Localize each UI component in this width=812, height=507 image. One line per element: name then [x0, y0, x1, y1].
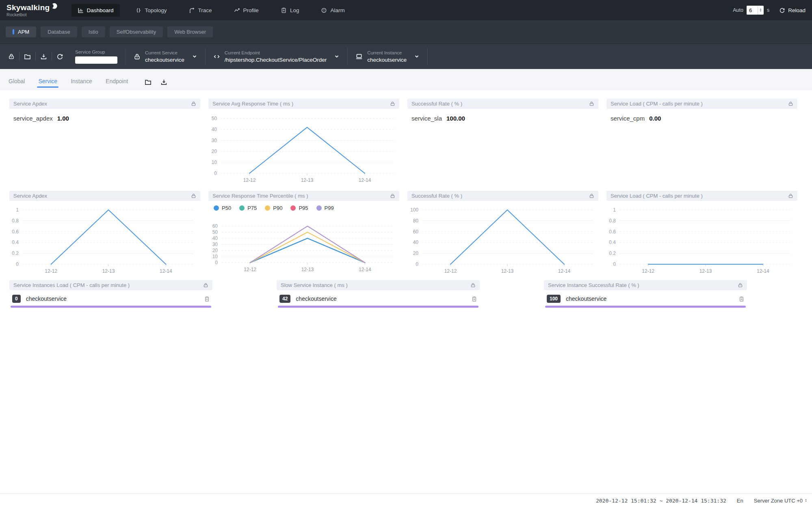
stepper-arrows-icon[interactable]: ▲▼: [758, 6, 763, 15]
service-apdex-chart: 00.20.40.60.8112-1212-1312-14: [9, 201, 200, 277]
metric-label: service_sla: [411, 115, 442, 122]
nav-item-trace[interactable]: Trace: [183, 4, 218, 17]
selector-label: Current Endpoint: [225, 50, 327, 55]
svg-text:20: 20: [212, 149, 217, 154]
instance-row[interactable]: 0 checkoutservice: [9, 290, 212, 303]
current-service-selector[interactable]: Current Service checkoutservice: [126, 50, 205, 63]
lock-icon[interactable]: [788, 101, 793, 106]
reload-button[interactable]: Reload: [779, 7, 806, 13]
legend-item-p75[interactable]: P75: [239, 205, 257, 211]
lock-icon[interactable]: [390, 193, 395, 198]
lock-icon[interactable]: [203, 283, 208, 288]
selector-value: checkoutservice: [367, 57, 407, 63]
current-instance-selector[interactable]: Current Instance checkoutservice: [348, 50, 427, 63]
metric-value: 100.00: [446, 115, 465, 122]
tab-instance[interactable]: Instance: [69, 78, 93, 90]
legend-label: P95: [299, 205, 308, 211]
tab-global[interactable]: Global: [7, 78, 26, 90]
panel-avg-response-time: Service Avg Response Time ( ms ) 0102030…: [208, 99, 399, 191]
layer-tab-web-browser[interactable]: Web Browser: [167, 26, 213, 37]
language-toggle[interactable]: En: [737, 498, 743, 504]
svg-text:12-14: 12-14: [757, 268, 769, 274]
lock-button[interactable]: [3, 53, 19, 60]
current-endpoint-selector[interactable]: Current Endpoint /hipstershop.CheckoutSe…: [206, 50, 347, 63]
layer-tab-istio[interactable]: Istio: [82, 26, 105, 37]
svg-text:0.8: 0.8: [12, 218, 19, 224]
svg-text:12-12: 12-12: [243, 177, 256, 183]
legend-item-p95[interactable]: P95: [290, 205, 308, 211]
nav-item-profile[interactable]: Profile: [228, 4, 265, 17]
topology-icon: [136, 7, 142, 13]
clipboard-copy-icon[interactable]: [738, 296, 745, 302]
nav-item-dashboard[interactable]: Dashboard: [71, 4, 120, 17]
legend-label: P90: [273, 205, 282, 211]
legend-item-p50[interactable]: P50: [214, 205, 231, 211]
active-tab-indicator: [13, 29, 14, 35]
avg-response-time-chart: 0102030405012-1212-1312-14: [208, 109, 399, 186]
clipboard-copy-icon[interactable]: [471, 296, 477, 302]
svg-text:12-14: 12-14: [359, 177, 371, 183]
nav-item-label: Dashboard: [87, 7, 114, 13]
lock-icon: [134, 53, 141, 60]
svg-text:12-14: 12-14: [558, 268, 571, 274]
download-icon-button[interactable]: [156, 79, 172, 90]
folder-icon-button[interactable]: [140, 79, 156, 90]
percentile-legend: P50 P75 P90 P95 P99: [208, 201, 399, 215]
nav-item-label: Log: [290, 7, 299, 13]
service-group-input[interactable]: [75, 56, 117, 64]
folder-button[interactable]: [19, 53, 35, 60]
selector-label: Current Instance: [367, 50, 407, 55]
instance-name: checkoutservice: [296, 296, 466, 302]
svg-text:40: 40: [212, 235, 218, 241]
service-group-field: Service Group: [75, 50, 117, 64]
nav-item-alarm[interactable]: Alarm: [315, 4, 351, 17]
svg-text:0: 0: [416, 261, 418, 267]
svg-text:1: 1: [16, 207, 19, 213]
nav-item-label: Topology: [145, 7, 167, 13]
instance-row[interactable]: 100 checkoutservice: [544, 290, 747, 303]
clipboard-copy-icon[interactable]: [204, 296, 210, 302]
lock-icon[interactable]: [390, 101, 395, 106]
refresh-button[interactable]: [52, 53, 68, 60]
time-range-picker[interactable]: 2020-12-12 15:01:32 ~ 2020-12-14 15:31:3…: [596, 498, 726, 504]
panel-service-instances-load: Service Instances Load ( CPM - calls per…: [9, 280, 212, 308]
lock-icon[interactable]: [738, 283, 743, 288]
svg-text:0.6: 0.6: [609, 229, 616, 235]
legend-label: P75: [247, 205, 257, 211]
lock-icon[interactable]: [470, 283, 476, 288]
legend-dot: [265, 205, 270, 211]
legend-item-p99[interactable]: P99: [316, 205, 334, 211]
selector-label: Current Service: [145, 50, 184, 55]
svg-text:12-13: 12-13: [501, 268, 514, 274]
lock-icon[interactable]: [589, 193, 594, 198]
lock-icon[interactable]: [191, 101, 196, 106]
lock-icon[interactable]: [788, 193, 793, 198]
panel-row-3: Service Instances Load ( CPM - calls per…: [9, 280, 812, 308]
legend-dot: [214, 205, 219, 211]
panel-title: Service Load ( CPM - calls per minute ): [611, 193, 703, 199]
tab-endpoint[interactable]: Endpoint: [104, 78, 129, 90]
svg-text:12-14: 12-14: [160, 268, 172, 274]
chart-icon: [78, 7, 84, 13]
panel-row-1: Service Apdex service_apdex1.00 Service …: [9, 99, 812, 191]
svg-text:10: 10: [212, 254, 218, 259]
lock-icon[interactable]: [589, 101, 594, 106]
instance-name: checkoutservice: [26, 296, 199, 302]
layer-tab-apm[interactable]: APM: [6, 26, 36, 37]
legend-item-p90[interactable]: P90: [265, 205, 282, 211]
layer-tab-database[interactable]: Database: [41, 26, 77, 37]
tab-service[interactable]: Service: [37, 78, 58, 90]
svg-text:20: 20: [413, 250, 419, 256]
view-tabbar: Global Service Instance Endpoint: [0, 69, 812, 90]
svg-text:40: 40: [212, 127, 217, 132]
lock-icon[interactable]: [191, 193, 196, 198]
layer-tab-selfobservability[interactable]: SelfObservability: [110, 26, 163, 37]
auto-interval-input[interactable]: [747, 6, 758, 15]
layer-tab-label: SelfObservability: [117, 29, 156, 35]
layer-tab-label: APM: [18, 29, 29, 35]
nav-item-topology[interactable]: Topology: [130, 4, 173, 17]
nav-item-log[interactable]: Log: [275, 4, 305, 17]
download-button[interactable]: [36, 53, 52, 60]
stepper-arrows-icon[interactable]: ▲▼: [805, 498, 807, 503]
instance-row[interactable]: 42 checkoutservice: [277, 290, 480, 303]
